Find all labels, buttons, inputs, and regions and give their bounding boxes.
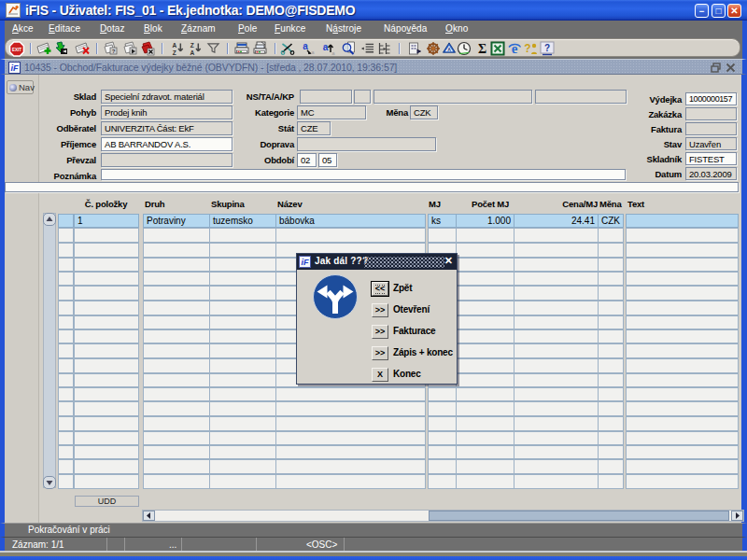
svg-text:EXIT: EXIT <box>12 48 21 52</box>
svg-text:a: a <box>311 49 315 55</box>
svg-text:A: A <box>190 49 194 56</box>
svg-text:a: a <box>331 50 335 56</box>
svg-text:?: ? <box>544 43 550 53</box>
svg-text:A: A <box>172 42 176 49</box>
svg-text:a: a <box>323 42 329 52</box>
svg-text:Z: Z <box>190 42 194 49</box>
svg-text:Σ: Σ <box>478 41 486 56</box>
svg-text:a: a <box>303 41 308 51</box>
svg-text:A: A <box>447 47 451 52</box>
svg-text:e: e <box>512 41 518 56</box>
svg-text:?: ? <box>524 42 530 55</box>
svg-text:Z: Z <box>173 49 176 56</box>
svg-text:?: ? <box>112 49 116 54</box>
